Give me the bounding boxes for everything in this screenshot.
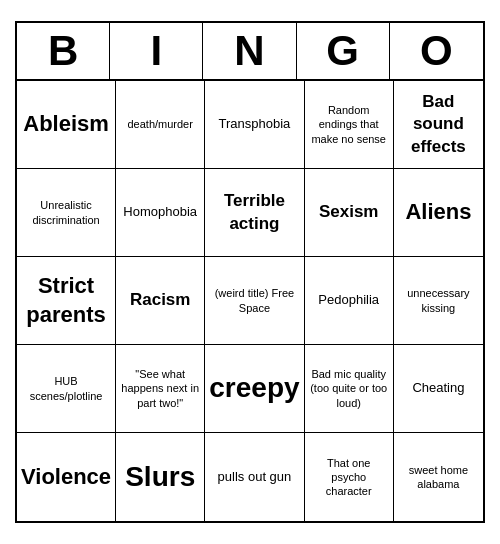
bingo-cell: Bad mic quality (too quite or too loud) — [305, 345, 394, 433]
bingo-cell: Sexism — [305, 169, 394, 257]
bingo-cell: "See what happens next in part two!" — [116, 345, 205, 433]
bingo-cell: Transphobia — [205, 81, 304, 169]
bingo-cell: Bad sound effects — [394, 81, 483, 169]
bingo-cell: sweet home alabama — [394, 433, 483, 521]
bingo-grid: Ableismdeath/murderTransphobiaRandom end… — [17, 81, 483, 521]
bingo-letter: I — [110, 23, 203, 79]
bingo-cell: pulls out gun — [205, 433, 304, 521]
bingo-cell: (weird title) Free Space — [205, 257, 304, 345]
bingo-cell: Terrible acting — [205, 169, 304, 257]
bingo-cell: creepy — [205, 345, 304, 433]
bingo-letter: B — [17, 23, 110, 79]
bingo-cell: death/murder — [116, 81, 205, 169]
bingo-cell: Aliens — [394, 169, 483, 257]
bingo-cell: Strict parents — [17, 257, 116, 345]
bingo-cell: Pedophilia — [305, 257, 394, 345]
bingo-header: BINGO — [17, 23, 483, 81]
bingo-cell: That one psycho character — [305, 433, 394, 521]
bingo-cell: Slurs — [116, 433, 205, 521]
bingo-cell: HUB scenes/plotline — [17, 345, 116, 433]
bingo-cell: Violence — [17, 433, 116, 521]
bingo-letter: O — [390, 23, 483, 79]
bingo-cell: unnecessary kissing — [394, 257, 483, 345]
bingo-cell: Homophobia — [116, 169, 205, 257]
bingo-card: BINGO Ableismdeath/murderTransphobiaRand… — [15, 21, 485, 523]
bingo-cell: Cheating — [394, 345, 483, 433]
bingo-cell: Ableism — [17, 81, 116, 169]
bingo-letter: N — [203, 23, 296, 79]
bingo-cell: Racism — [116, 257, 205, 345]
bingo-letter: G — [297, 23, 390, 79]
bingo-cell: Random endings that make no sense — [305, 81, 394, 169]
bingo-cell: Unrealistic discrimination — [17, 169, 116, 257]
